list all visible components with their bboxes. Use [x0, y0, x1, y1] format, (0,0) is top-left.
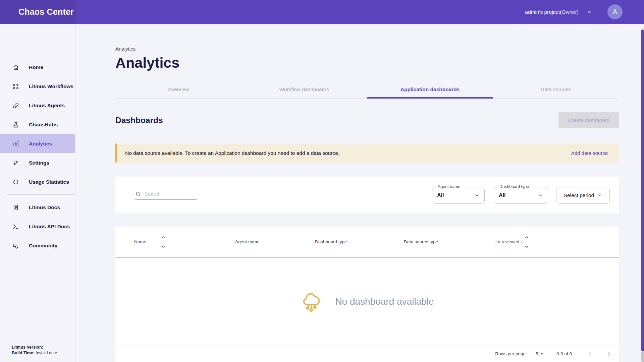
document-icon	[12, 204, 19, 211]
column-header-name: Name	[134, 239, 146, 244]
no-data-source-banner: No data source available. To create an A…	[115, 143, 619, 163]
sidebar-item-label: Settings	[29, 160, 49, 166]
column-header-last-viewed: Last viewed	[495, 239, 519, 244]
add-data-source-link[interactable]: Add data source	[571, 150, 608, 156]
chevron-down-icon[interactable]	[587, 9, 593, 15]
pagination-range: 0-0 of 0	[556, 351, 572, 356]
dashboard-type-select-value: All	[499, 192, 505, 198]
column-header-agent-name: Agent name	[235, 239, 260, 244]
sidebar-item-home[interactable]: Home	[0, 58, 75, 77]
search-box	[135, 191, 197, 200]
chevron-down-icon	[474, 193, 480, 198]
rows-per-page-value: 5	[536, 351, 538, 356]
app-header: Chaos Center admin's project(Owner) A	[0, 0, 644, 24]
rows-per-page-select[interactable]: 5	[536, 351, 543, 356]
main-content: Analytics Analytics Overview Workflow da…	[75, 24, 644, 362]
sidebar-item-settings[interactable]: Settings	[0, 153, 75, 172]
empty-state: No dashboard available	[115, 258, 619, 346]
select-period-label: Select period	[564, 192, 594, 198]
sidebar-item-label: Litmus Workflows	[29, 83, 73, 89]
sidebar-item-label: Litmus Agents	[29, 103, 65, 109]
rows-per-page-label: Rows per page:	[495, 351, 527, 356]
agent-name-select-value: All	[437, 192, 444, 198]
sidebar-item-label: Home	[29, 64, 43, 70]
sidebar-item-usage-statistics[interactable]: Usage Statistics	[0, 172, 75, 191]
select-period-button[interactable]: Select period	[556, 187, 610, 204]
usage-icon	[12, 179, 19, 185]
terminal-icon	[12, 223, 19, 230]
sidebar-item-label: Litmus API Docs	[29, 224, 70, 230]
column-header-dashboard-type: Dashboard type	[315, 239, 347, 244]
sidebar-item-label: Analytics	[29, 141, 52, 147]
agent-name-select[interactable]: Agent name All	[432, 187, 485, 204]
flask-icon	[12, 121, 19, 128]
sidebar-divider	[7, 194, 75, 195]
table-header-row: Name Agent name Dashboard type Data sour…	[115, 227, 619, 258]
chevron-down-icon	[597, 193, 602, 198]
next-page-button[interactable]	[605, 350, 613, 358]
sort-desc-icon[interactable]	[525, 245, 529, 248]
link-icon	[12, 102, 19, 109]
sidebar-item-label: Community	[29, 243, 57, 249]
chevron-down-icon	[538, 193, 543, 198]
tab-bar: Overview Workflow dashboards Application…	[115, 82, 619, 99]
sidebar: Home Litmus Workflows Litmus Agents Chao…	[0, 24, 75, 362]
build-time-value: Invalid date	[36, 351, 57, 355]
project-selector[interactable]: admin's project(Owner)	[525, 9, 579, 15]
search-icon	[135, 191, 141, 197]
app-title: Chaos Center	[18, 0, 74, 24]
sidebar-item-litmus-agents[interactable]: Litmus Agents	[0, 96, 75, 115]
tab-workflow-dashboards[interactable]: Workflow dashboards	[241, 82, 367, 98]
sidebar-item-label: Litmus Docs	[29, 204, 60, 210]
sidebar-footer: Litmus Version: Build Time: Invalid date	[12, 345, 57, 356]
filter-toolbar: Agent name All Dashboard type All Select…	[115, 177, 619, 213]
sort-control-last-viewed	[525, 236, 529, 248]
sidebar-item-litmus-api-docs[interactable]: Litmus API Docs	[0, 217, 75, 236]
sidebar-item-label: Usage Statistics	[29, 179, 69, 185]
dashboard-type-select-label: Dashboard type	[498, 184, 531, 189]
sort-asc-icon[interactable]	[525, 236, 529, 239]
search-input[interactable]	[145, 191, 192, 197]
chevron-right-icon	[606, 351, 612, 357]
sidebar-item-litmus-docs[interactable]: Litmus Docs	[0, 198, 75, 217]
empty-message: No dashboard available	[335, 296, 434, 307]
sort-control-name	[161, 236, 165, 248]
dashboard-type-select[interactable]: Dashboard type All	[494, 187, 548, 204]
create-dashboard-button[interactable]: Create dashboard	[558, 112, 619, 128]
sidebar-item-label: ChaosHubs	[29, 122, 58, 128]
breadcrumb: Analytics	[115, 46, 619, 52]
tab-data-sources[interactable]: Data sources	[493, 82, 619, 98]
chevron-left-icon	[587, 351, 594, 357]
bar-chart-icon	[12, 140, 19, 147]
litmus-version-label: Litmus Version:	[12, 345, 43, 350]
scrollbar-track[interactable]	[641, 351, 644, 362]
caret-down-icon	[540, 353, 543, 355]
build-time-label: Build Time:	[12, 351, 35, 355]
sidebar-item-chaoshubs[interactable]: ChaosHubs	[0, 115, 75, 134]
sidebar-item-litmus-workflows[interactable]: Litmus Workflows	[0, 77, 75, 96]
sidebar-item-analytics[interactable]: Analytics	[0, 134, 75, 153]
sort-asc-icon[interactable]	[161, 236, 165, 239]
chat-bubbles-icon	[12, 242, 19, 249]
previous-page-button[interactable]	[586, 350, 595, 358]
tab-application-dashboards[interactable]: Application dashboards	[367, 82, 493, 98]
tab-overview[interactable]: Overview	[115, 82, 241, 98]
pagination-bar: Rows per page: 5 0-0 of 0	[115, 346, 619, 362]
page-title: Analytics	[115, 56, 619, 70]
banner-message: No data source available. To create an A…	[125, 150, 339, 156]
home-icon	[12, 64, 19, 71]
sidebar-item-community[interactable]: Community	[0, 236, 75, 255]
column-header-data-source-type: Data source type	[404, 239, 438, 244]
agent-name-select-label: Agent name	[436, 184, 462, 189]
cloud-circuit-icon	[300, 291, 322, 312]
sliders-icon	[12, 160, 19, 166]
section-title: Dashboards	[115, 116, 163, 125]
avatar[interactable]: A	[607, 4, 623, 19]
dashboards-table: Name Agent name Dashboard type Data sour…	[115, 227, 619, 362]
workflows-icon	[12, 83, 19, 90]
scrollbar-thumb[interactable]	[641, 29, 644, 351]
sort-desc-icon[interactable]	[161, 245, 165, 248]
